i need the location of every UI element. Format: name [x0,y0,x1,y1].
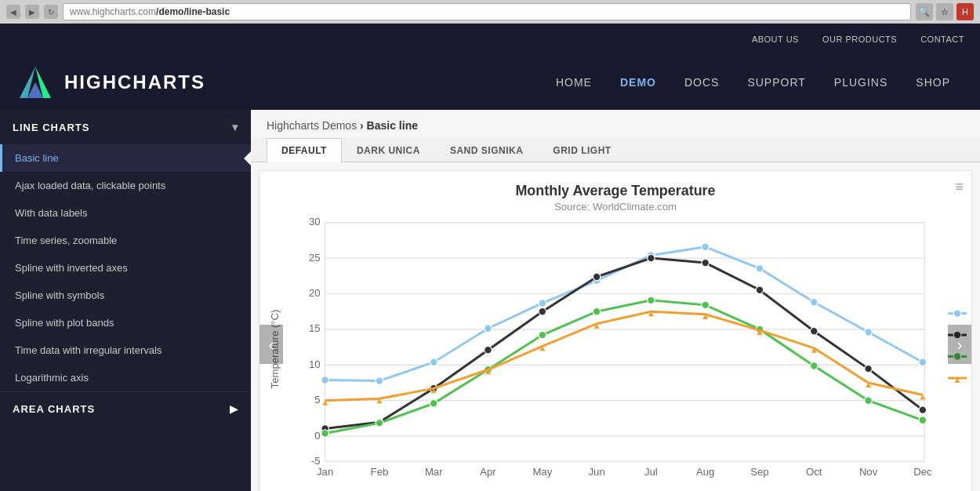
nav-shop[interactable]: SHOP [902,55,964,110]
tab-dark-unica[interactable]: DARK UNICA [342,138,435,162]
svg-text:30: 30 [309,216,321,227]
chart-prev-arrow[interactable]: ‹ [260,325,283,364]
svg-text:Jun: Jun [589,466,605,478]
sidebar-item-spline-plot-bands[interactable]: Spline with plot bands [0,309,251,336]
nav-plugins[interactable]: PLUGINS [820,55,902,110]
url-bar[interactable]: www.highcharts.com/demo/line-basic [63,3,911,20]
svg-point-42 [811,298,818,306]
main-nav: HOME DEMO DOCS SUPPORT PLUGINS SHOP [542,55,964,110]
svg-point-37 [539,300,546,307]
refresh-button[interactable]: ↻ [44,5,58,19]
sidebar-item-time-irregular[interactable]: Time data with irregular intervals [0,336,251,364]
chart-subtitle: Source: WorldClimate.com [554,201,677,213]
tab-default[interactable]: DEFAULT [267,138,342,162]
back-button[interactable]: ◀ [6,5,20,19]
sidebar-item-time-series[interactable]: Time series, zoomable [0,227,251,254]
content-area: LINE CHARTS ▾ Basic line Ajax loaded dat… [0,110,980,491]
svg-point-82 [953,310,961,318]
svg-text:Feb: Feb [371,466,389,478]
top-nav-contact[interactable]: CONTACT [920,35,964,44]
svg-point-54 [811,328,818,336]
svg-point-59 [430,400,437,408]
svg-point-44 [919,358,927,366]
top-nav-products[interactable]: OUR PRODUCTS [822,35,897,44]
chart-next-arrow[interactable]: › [948,325,971,364]
svg-point-64 [702,301,710,309]
svg-point-57 [321,430,329,438]
svg-point-36 [485,325,492,333]
sidebar-item-ajax[interactable]: Ajax loaded data, clickable points [0,172,251,199]
svg-point-55 [865,365,873,373]
svg-point-43 [865,329,873,336]
nav-docs[interactable]: DOCS [670,55,733,110]
svg-text:Dec: Dec [913,466,932,478]
logo-area: HIGHCHARTS [16,63,205,102]
svg-point-58 [376,420,383,427]
search-icon[interactable]: 🔍 [916,3,933,20]
sidebar-section-area-charts[interactable]: AREA CHARTS ▶ [0,391,251,426]
browser-bar: ◀ ▶ ↻ www.highcharts.com/demo/line-basic… [0,0,980,24]
svg-text:Jan: Jan [317,466,333,478]
svg-text:5: 5 [314,394,320,406]
header: HIGHCHARTS HOME DEMO DOCS SUPPORT PLUGIN… [0,55,980,110]
svg-point-35 [430,358,437,366]
nav-support[interactable]: SUPPORT [733,55,819,110]
chevron-right-icon: ▶ [230,403,238,415]
svg-point-50 [593,273,601,281]
svg-text:Apr: Apr [480,466,496,478]
sidebar-section-label: LINE CHARTS [13,122,89,133]
nav-demo[interactable]: DEMO [606,55,670,110]
svg-point-48 [485,346,492,354]
tab-grid-light[interactable]: GRID LIGHT [538,138,626,162]
svg-point-33 [321,376,329,384]
svg-point-52 [702,259,710,267]
svg-text:Sep: Sep [750,466,768,478]
tab-sand-signika[interactable]: SAND SIGNIKA [435,138,538,162]
logo-icon [16,63,55,102]
sidebar-item-logarithmic[interactable]: Logarithmic axis [0,364,251,391]
svg-text:25: 25 [309,252,321,264]
svg-point-56 [919,406,927,414]
svg-point-34 [376,377,383,385]
nav-home[interactable]: HOME [542,55,606,110]
svg-text:10: 10 [309,358,321,370]
svg-text:-5: -5 [311,455,321,467]
sidebar-item-spline-symbols[interactable]: Spline with symbols [0,282,251,309]
svg-text:15: 15 [309,322,321,334]
sidebar-item-data-labels[interactable]: With data labels [0,199,251,227]
svg-text:Aug: Aug [696,466,714,478]
top-nav-about[interactable]: ABOUT US [752,35,799,44]
svg-point-53 [756,286,764,294]
svg-point-67 [865,397,873,405]
svg-text:0: 0 [314,430,320,442]
svg-point-66 [811,362,818,370]
breadcrumb: Highcharts Demos › Basic line [251,110,980,138]
svg-point-51 [648,254,655,262]
sidebar-item-basic-line[interactable]: Basic line [0,144,251,172]
sidebar: LINE CHARTS ▾ Basic line Ajax loaded dat… [0,110,251,491]
svg-text:May: May [532,466,552,478]
svg-point-40 [702,243,710,251]
bookmark-icon[interactable]: ☆ [936,3,953,20]
main-panel: Highcharts Demos › Basic line DEFAULT DA… [251,110,980,491]
sidebar-section-line-charts[interactable]: LINE CHARTS ▾ [0,110,251,144]
chart-container: ‹ › ≡ Monthly Average Temperature Source… [259,170,972,491]
menu-icon[interactable]: H [956,3,974,20]
sidebar-item-spline-inverted[interactable]: Spline with inverted axes [0,254,251,282]
sidebar-section2-label: AREA CHARTS [13,403,95,415]
forward-button[interactable]: ▶ [25,5,39,19]
svg-point-49 [539,307,546,315]
breadcrumb-current: Basic line [367,119,418,132]
svg-text:Oct: Oct [806,466,822,478]
chart-menu-icon[interactable]: ≡ [955,179,964,195]
svg-text:20: 20 [309,287,321,299]
chevron-down-icon: ▾ [232,121,238,133]
chart-title: Monthly Average Temperature [515,183,715,198]
svg-text:Jul: Jul [644,466,658,478]
logo-text: HIGHCHARTS [64,71,205,93]
svg-text:Nov: Nov [859,466,878,478]
breadcrumb-parent[interactable]: Highcharts Demos [267,119,357,132]
svg-point-61 [539,331,546,339]
svg-point-63 [648,296,655,304]
top-nav: ABOUT US OUR PRODUCTS CONTACT [0,24,980,55]
